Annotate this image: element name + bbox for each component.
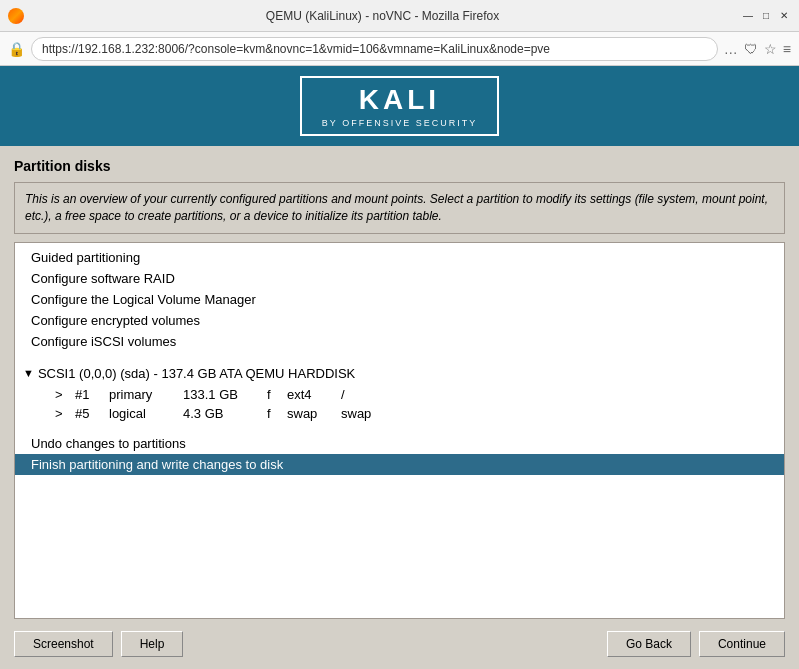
partition-row-5[interactable]: > #5 logical 4.3 GB f swap swap	[15, 404, 784, 423]
part1-type: primary	[109, 387, 179, 402]
browser-titlebar: QEMU (KaliLinux) - noVNC - Mozilla Firef…	[0, 0, 799, 32]
part5-type: logical	[109, 406, 179, 421]
part5-flag: f	[267, 406, 283, 421]
part5-num: #5	[75, 406, 105, 421]
list-item-guided[interactable]: Guided partitioning	[15, 247, 784, 268]
list-item-iscsi[interactable]: Configure iSCSI volumes	[15, 331, 784, 352]
spacer2	[15, 423, 784, 433]
list-item-raid[interactable]: Configure software RAID	[15, 268, 784, 289]
page-title: Partition disks	[14, 158, 785, 174]
lock-icon: 🔒	[8, 41, 25, 57]
kali-header: KALI BY OFFENSIVE SECURITY	[0, 66, 799, 146]
part5-mount: swap	[341, 406, 401, 421]
part1-arrow: >	[55, 387, 71, 402]
info-text: This is an overview of your currently co…	[14, 182, 785, 234]
go-back-button[interactable]: Go Back	[607, 631, 691, 657]
list-item-finish[interactable]: Finish partitioning and write changes to…	[15, 454, 784, 475]
minimize-button[interactable]: —	[741, 9, 755, 23]
part1-size: 133.1 GB	[183, 387, 263, 402]
bookmark-icon[interactable]: ☆	[764, 41, 777, 57]
browser-title: QEMU (KaliLinux) - noVNC - Mozilla Firef…	[30, 9, 735, 23]
firefox-icon	[8, 8, 24, 24]
shield-icon[interactable]: 🛡	[744, 41, 758, 57]
partition-list: Guided partitioning Configure software R…	[15, 243, 784, 479]
continue-button[interactable]: Continue	[699, 631, 785, 657]
maximize-button[interactable]: □	[759, 9, 773, 23]
part5-size: 4.3 GB	[183, 406, 263, 421]
part5-fs: swap	[287, 406, 337, 421]
part1-mount: /	[341, 387, 401, 402]
window-controls[interactable]: — □ ✕	[741, 9, 791, 23]
close-button[interactable]: ✕	[777, 9, 791, 23]
bottom-right-buttons: Go Back Continue	[607, 631, 785, 657]
more-icon[interactable]: …	[724, 41, 738, 57]
address-bar: 🔒 … 🛡 ☆ ≡	[0, 32, 799, 66]
list-item-lvm[interactable]: Configure the Logical Volume Manager	[15, 289, 784, 310]
partition-list-container: Guided partitioning Configure software R…	[14, 242, 785, 619]
bottom-left-buttons: Screenshot Help	[14, 631, 183, 657]
list-item-encrypted[interactable]: Configure encrypted volumes	[15, 310, 784, 331]
bottom-bar: Screenshot Help Go Back Continue	[14, 631, 785, 657]
kali-subtitle: BY OFFENSIVE SECURITY	[322, 118, 477, 128]
url-input[interactable]	[31, 37, 718, 61]
disk-label: SCSI1 (0,0,0) (sda) - 137.4 GB ATA QEMU …	[38, 366, 355, 381]
toolbar-icons: … 🛡 ☆ ≡	[724, 41, 791, 57]
spacer	[15, 352, 784, 362]
kali-logo-text: KALI	[359, 84, 440, 116]
help-button[interactable]: Help	[121, 631, 184, 657]
part1-num: #1	[75, 387, 105, 402]
part5-arrow: >	[55, 406, 71, 421]
kali-logo: KALI BY OFFENSIVE SECURITY	[300, 76, 499, 136]
part1-fs: ext4	[287, 387, 337, 402]
partition-row-1[interactable]: > #1 primary 133.1 GB f ext4 /	[15, 385, 784, 404]
screenshot-button[interactable]: Screenshot	[14, 631, 113, 657]
menu-icon[interactable]: ≡	[783, 41, 791, 57]
main-content: Partition disks This is an overview of y…	[0, 146, 799, 669]
disk-header[interactable]: ▼ SCSI1 (0,0,0) (sda) - 137.4 GB ATA QEM…	[15, 362, 784, 385]
disk-expand-icon: ▼	[23, 367, 34, 379]
part1-flag: f	[267, 387, 283, 402]
list-item-undo[interactable]: Undo changes to partitions	[15, 433, 784, 454]
